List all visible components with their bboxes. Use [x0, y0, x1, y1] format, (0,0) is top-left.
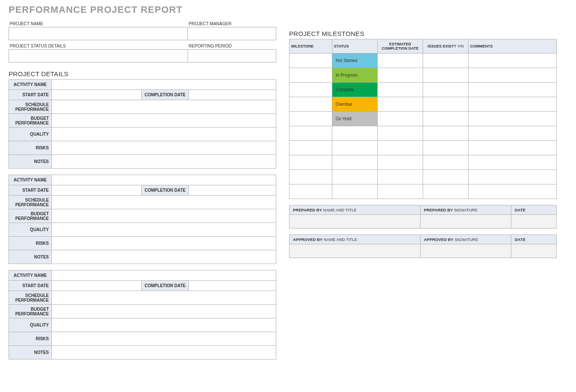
- label-risks: RISKS: [9, 237, 52, 250]
- input-completion-date[interactable]: [189, 281, 276, 291]
- input-budget-performance[interactable]: [52, 209, 276, 223]
- comments-cell[interactable]: [469, 155, 557, 170]
- issues-cell[interactable]: [423, 68, 468, 83]
- label-completion-date: COMPLETION DATE: [142, 281, 189, 291]
- input-reporting-period[interactable]: [188, 50, 276, 62]
- table-row: In Progress: [289, 68, 557, 83]
- prepared-sig-input[interactable]: [420, 215, 511, 229]
- status-cell[interactable]: [332, 141, 377, 155]
- input-schedule-performance[interactable]: [52, 291, 276, 305]
- status-cell[interactable]: On Hold: [332, 112, 377, 126]
- label-start-date: START DATE: [9, 185, 52, 196]
- milestone-cell[interactable]: [289, 170, 332, 184]
- comments-cell[interactable]: [469, 68, 557, 83]
- milestone-cell[interactable]: [289, 112, 332, 126]
- input-start-date[interactable]: [52, 90, 142, 100]
- milestone-cell[interactable]: [289, 126, 332, 141]
- project-info-block: PROJECT NAME PROJECT MANAGER PROJECT STA…: [9, 18, 276, 62]
- status-cell[interactable]: Overdue: [332, 97, 377, 112]
- estimated-cell[interactable]: [377, 97, 423, 112]
- approved-sig-input[interactable]: [420, 244, 511, 258]
- estimated-cell[interactable]: [377, 83, 423, 97]
- issues-cell[interactable]: [423, 184, 468, 199]
- milestone-cell[interactable]: [289, 68, 332, 83]
- input-completion-date[interactable]: [189, 90, 276, 100]
- comments-cell[interactable]: [469, 97, 557, 112]
- issues-cell[interactable]: [423, 112, 468, 126]
- activity-block: ACTIVITY NAMESTART DATECOMPLETION DATESC…: [9, 270, 276, 359]
- issues-cell[interactable]: [423, 155, 468, 170]
- issues-cell[interactable]: [423, 53, 468, 68]
- status-cell[interactable]: Complete: [332, 83, 377, 97]
- milestone-cell[interactable]: [289, 184, 332, 199]
- milestone-cell[interactable]: [289, 141, 332, 155]
- estimated-cell[interactable]: [377, 184, 423, 199]
- input-quality[interactable]: [52, 318, 276, 332]
- label-quality: QUALITY: [9, 318, 52, 332]
- input-activity-name[interactable]: [52, 270, 276, 281]
- estimated-cell[interactable]: [377, 68, 423, 83]
- status-cell[interactable]: [332, 170, 377, 184]
- approved-name-input[interactable]: [289, 244, 421, 258]
- input-risks[interactable]: [52, 237, 276, 250]
- estimated-cell[interactable]: [377, 126, 423, 141]
- approved-date-input[interactable]: [511, 244, 556, 258]
- estimated-cell[interactable]: [377, 112, 423, 126]
- input-risks[interactable]: [52, 141, 276, 155]
- input-notes[interactable]: [52, 250, 276, 264]
- comments-cell[interactable]: [469, 53, 557, 68]
- status-cell[interactable]: [332, 155, 377, 170]
- comments-cell[interactable]: [469, 83, 557, 97]
- comments-cell[interactable]: [469, 141, 557, 155]
- estimated-cell[interactable]: [377, 141, 423, 155]
- label-schedule-performance: SCHEDULE PERFORMANCE: [9, 291, 52, 305]
- prepared-date-input[interactable]: [511, 215, 556, 229]
- input-schedule-performance[interactable]: [52, 100, 276, 114]
- input-completion-date[interactable]: [189, 185, 276, 196]
- label-activity-name: ACTIVITY NAME: [9, 270, 52, 281]
- label-activity-name: ACTIVITY NAME: [9, 175, 52, 185]
- milestone-cell[interactable]: [289, 155, 332, 170]
- input-project-name[interactable]: [9, 27, 188, 40]
- comments-cell[interactable]: [469, 184, 557, 199]
- input-start-date[interactable]: [52, 281, 142, 291]
- comments-cell[interactable]: [469, 112, 557, 126]
- label-start-date: START DATE: [9, 281, 52, 291]
- prepared-name-input[interactable]: [289, 215, 421, 229]
- estimated-cell[interactable]: [377, 53, 423, 68]
- estimated-cell[interactable]: [377, 155, 423, 170]
- col-status: STATUS: [332, 39, 377, 53]
- comments-cell[interactable]: [469, 126, 557, 141]
- issues-cell[interactable]: [423, 97, 468, 112]
- label-quality: QUALITY: [9, 128, 52, 141]
- milestone-cell[interactable]: [289, 53, 332, 68]
- table-row: [289, 155, 557, 170]
- input-quality[interactable]: [52, 128, 276, 141]
- estimated-cell[interactable]: [377, 170, 423, 184]
- label-quality: QUALITY: [9, 223, 52, 237]
- input-notes[interactable]: [52, 346, 276, 359]
- input-budget-performance[interactable]: [52, 305, 276, 318]
- issues-cell[interactable]: [423, 83, 468, 97]
- milestone-cell[interactable]: [289, 83, 332, 97]
- input-activity-name[interactable]: [52, 80, 276, 90]
- input-budget-performance[interactable]: [52, 114, 276, 128]
- input-notes[interactable]: [52, 155, 276, 169]
- status-cell[interactable]: [332, 126, 377, 141]
- input-status-details[interactable]: [9, 50, 188, 62]
- input-quality[interactable]: [52, 223, 276, 237]
- milestone-cell[interactable]: [289, 97, 332, 112]
- status-cell[interactable]: In Progress: [332, 68, 377, 83]
- input-risks[interactable]: [52, 332, 276, 346]
- issues-cell[interactable]: [423, 141, 468, 155]
- status-cell[interactable]: Not Started: [332, 53, 377, 68]
- comments-cell[interactable]: [469, 170, 557, 184]
- input-activity-name[interactable]: [52, 175, 276, 185]
- status-cell[interactable]: [332, 184, 377, 199]
- input-start-date[interactable]: [52, 185, 142, 196]
- input-schedule-performance[interactable]: [52, 196, 276, 209]
- issues-cell[interactable]: [423, 126, 468, 141]
- issues-cell[interactable]: [423, 170, 468, 184]
- input-project-manager[interactable]: [188, 27, 276, 40]
- label-schedule-performance: SCHEDULE PERFORMANCE: [9, 196, 52, 209]
